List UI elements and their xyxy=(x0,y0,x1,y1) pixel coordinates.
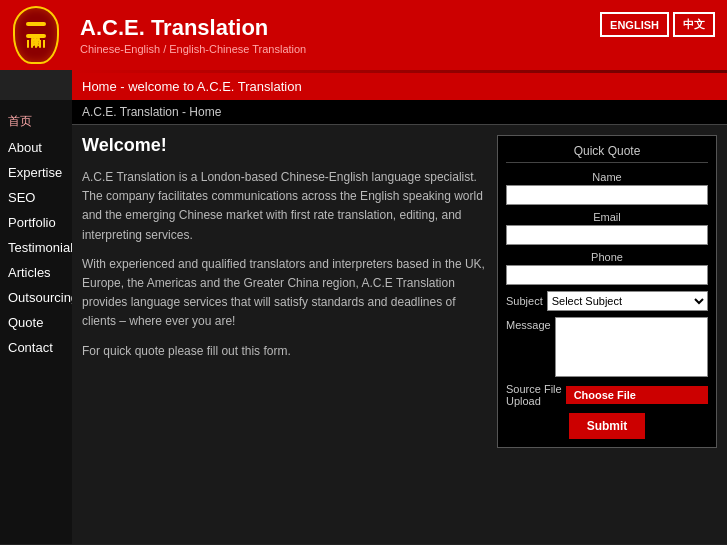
page-wrapper: 中文翻译 A.C.E. Translation Chinese-English … xyxy=(0,0,727,545)
message-label: Message xyxy=(506,319,551,331)
content-area: 首页 About Expertise SEO Portfolio Testimo… xyxy=(0,100,727,544)
breadcrumb: Home - welcome to A.C.E. Translation xyxy=(72,73,727,100)
sidebar: 首页 About Expertise SEO Portfolio Testimo… xyxy=(0,100,72,544)
file-label: Source FileUpload xyxy=(506,383,562,407)
header: 中文翻译 A.C.E. Translation Chinese-English … xyxy=(0,0,727,70)
name-input[interactable] xyxy=(506,185,708,205)
phone-input[interactable] xyxy=(506,265,708,285)
lang-english-button[interactable]: ENGLISH xyxy=(600,12,669,37)
name-label: Name xyxy=(506,171,708,183)
lantern-text: 中文翻译 xyxy=(31,28,42,32)
lantern-bottom-bar xyxy=(26,34,46,38)
subnav: A.C.E. Translation - Home xyxy=(72,100,727,125)
form-title: Quick Quote xyxy=(506,144,708,163)
lantern-body: 中文翻译 xyxy=(13,6,59,64)
phone-row: Phone xyxy=(506,251,708,285)
sidebar-item-about[interactable]: About xyxy=(0,135,72,160)
sidebar-item-testimonials[interactable]: Testimonials xyxy=(0,235,72,260)
sidebar-item-seo[interactable]: SEO xyxy=(0,185,72,210)
sidebar-item-portfolio[interactable]: Portfolio xyxy=(0,210,72,235)
sidebar-item-quote[interactable]: Quote xyxy=(0,310,72,335)
lantern: 中文翻译 xyxy=(0,0,72,70)
sidebar-item-contact[interactable]: Contact xyxy=(0,335,72,360)
email-input[interactable] xyxy=(506,225,708,245)
welcome-para3: For quick quote please fill out this for… xyxy=(82,342,487,361)
site-subtitle: Chinese-English / English-Chinese Transl… xyxy=(80,43,727,55)
lantern-top-bar xyxy=(26,22,46,26)
sidebar-item-home[interactable]: 首页 xyxy=(0,108,72,135)
subject-row: Subject Select Subject Translation Editi… xyxy=(506,291,708,311)
message-row: Message xyxy=(506,317,708,377)
email-label: Email xyxy=(506,211,708,223)
subject-label: Subject xyxy=(506,295,543,307)
lang-chinese-button[interactable]: 中文 xyxy=(673,12,715,37)
file-row: Source FileUpload Choose File xyxy=(506,383,708,407)
main-content: Welcome! A.C.E Translation is a London-b… xyxy=(72,125,727,458)
file-btn-wrapper: Choose File xyxy=(566,386,708,404)
choose-file-button[interactable]: Choose File xyxy=(566,386,644,404)
email-row: Email xyxy=(506,211,708,245)
welcome-para1: A.C.E Translation is a London-based Chin… xyxy=(82,168,487,245)
name-row: Name xyxy=(506,171,708,205)
quick-quote-form: Quick Quote Name Email Phone Sub xyxy=(497,135,717,448)
sidebar-item-expertise[interactable]: Expertise xyxy=(0,160,72,185)
sidebar-item-articles[interactable]: Articles xyxy=(0,260,72,285)
sidebar-item-outsourcing[interactable]: Outsourcing xyxy=(0,285,72,310)
welcome-heading: Welcome! xyxy=(82,135,487,156)
message-textarea[interactable] xyxy=(555,317,708,377)
submit-row: Submit xyxy=(506,413,708,439)
phone-label: Phone xyxy=(506,251,708,263)
welcome-section: Welcome! A.C.E Translation is a London-b… xyxy=(82,135,487,448)
main-area: A.C.E. Translation - Home Welcome! A.C.E… xyxy=(72,100,727,544)
submit-button[interactable]: Submit xyxy=(569,413,646,439)
subject-select[interactable]: Select Subject Translation Editing Inter… xyxy=(547,291,708,311)
language-buttons: ENGLISH 中文 xyxy=(600,12,715,37)
lantern-fringe xyxy=(27,40,45,48)
welcome-para2: With experienced and qualified translato… xyxy=(82,255,487,332)
